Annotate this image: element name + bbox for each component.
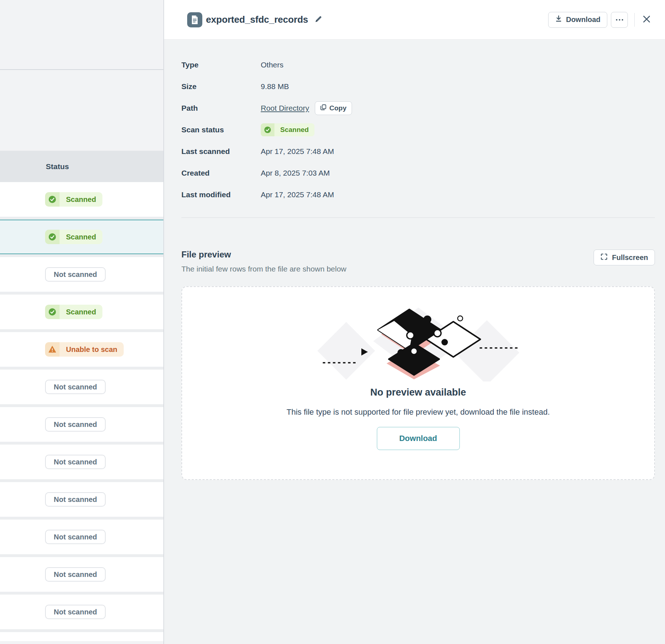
file-preview-empty-state: No preview available This file type is n…	[181, 286, 655, 480]
no-preview-title: No preview available	[370, 387, 466, 398]
detail-row-scan-status: Scan status Scanned	[181, 119, 655, 141]
file-title: exported_sfdc_records	[206, 14, 308, 25]
table-top-divider	[0, 69, 163, 70]
table-row-partial	[0, 632, 163, 641]
status-badge-not-scanned: Not scanned	[45, 455, 106, 469]
detail-label: Size	[181, 82, 261, 91]
puzzle-illustration	[317, 299, 519, 381]
status-badge-label: Scanned	[60, 305, 102, 319]
panel-content: Type Others Size 9.88 MB Path Root Direc…	[164, 40, 665, 480]
detail-label: Last scanned	[181, 147, 261, 156]
detail-value: Apr 8, 2025 7:03 AM	[261, 169, 330, 177]
table-row-selected[interactable]: Scanned	[0, 220, 163, 254]
root-directory-link[interactable]: Root Directory	[261, 104, 309, 113]
preview-download-button[interactable]: Download	[377, 427, 460, 450]
table-row[interactable]: Scanned	[0, 182, 163, 217]
detail-row-created: Created Apr 8, 2025 7:03 AM	[181, 162, 655, 184]
detail-label: Scan status	[181, 125, 261, 134]
file-icon	[187, 12, 202, 27]
ellipsis-icon	[616, 19, 623, 21]
status-badge-not-scanned: Not scanned	[45, 605, 106, 619]
table-row[interactable]: Scanned	[0, 295, 163, 329]
status-badge-label: Not scanned	[54, 495, 97, 504]
table-row[interactable]: Not scanned	[0, 557, 163, 592]
table-row[interactable]: Not scanned	[0, 445, 163, 479]
more-actions-button[interactable]	[611, 12, 628, 28]
check-circle-icon	[261, 123, 274, 136]
detail-label: Last modified	[181, 190, 261, 199]
copy-icon	[320, 104, 326, 112]
close-icon	[641, 14, 652, 26]
file-preview-titles: File preview The initial few rows from t…	[181, 250, 347, 273]
table-row[interactable]: Not scanned	[0, 482, 163, 517]
table-row[interactable]: Unable to scan	[0, 332, 163, 367]
file-details-panel: exported_sfdc_records Download	[164, 0, 665, 644]
detail-row-type: Type Others	[181, 54, 655, 76]
detail-value: 9.88 MB	[261, 82, 289, 91]
check-circle-icon	[45, 230, 60, 244]
status-badge-unable-to-scan: Unable to scan	[45, 342, 124, 357]
file-preview-header: File preview The initial few rows from t…	[181, 250, 655, 273]
file-preview-subtitle: The initial few rows from the file are s…	[181, 265, 347, 273]
status-badge-not-scanned: Not scanned	[45, 530, 106, 544]
header-actions: Download	[548, 12, 653, 28]
detail-row-path: Path Root Directory Copy	[181, 97, 655, 119]
edit-title-button[interactable]	[314, 15, 322, 24]
detail-value: Others	[261, 61, 283, 69]
section-divider	[181, 217, 655, 218]
status-badge-scanned: Scanned	[45, 305, 102, 319]
status-badge-label: Not scanned	[54, 458, 97, 466]
fullscreen-button[interactable]: Fullscreen	[594, 250, 655, 265]
detail-row-size: Size 9.88 MB	[181, 76, 655, 97]
panel-header: exported_sfdc_records Download	[164, 0, 665, 40]
copy-button-label: Copy	[329, 104, 347, 112]
files-table-partial: Status Scanned Scanned	[0, 0, 163, 644]
detail-value: Apr 17, 2025 7:48 AM	[261, 147, 334, 156]
check-circle-icon	[45, 192, 60, 207]
detail-label: Type	[181, 61, 261, 69]
pencil-icon	[314, 15, 322, 24]
detail-row-last-scanned: Last scanned Apr 17, 2025 7:48 AM	[181, 141, 655, 162]
fullscreen-button-label: Fullscreen	[612, 253, 648, 262]
status-badge-label: Scanned	[60, 230, 102, 244]
detail-label: Created	[181, 169, 261, 177]
download-button-label: Download	[566, 16, 600, 24]
table-row[interactable]: Not scanned	[0, 520, 163, 554]
status-badge-label: Not scanned	[54, 608, 97, 616]
file-preview-title: File preview	[181, 250, 347, 260]
status-badge-label: Not scanned	[54, 533, 97, 541]
file-details: Type Others Size 9.88 MB Path Root Direc…	[181, 54, 655, 206]
check-circle-icon	[45, 305, 60, 319]
table-row[interactable]: Not scanned	[0, 370, 163, 404]
scan-status-badge: Scanned	[261, 123, 314, 136]
status-badge-not-scanned: Not scanned	[45, 417, 106, 432]
status-badge-label: Scanned	[60, 192, 102, 207]
header-divider	[634, 13, 635, 27]
status-column-header[interactable]: Status	[0, 151, 163, 182]
copy-path-button[interactable]: Copy	[315, 101, 352, 115]
status-badge-label: Not scanned	[54, 420, 97, 429]
screen: Status Scanned Scanned	[0, 0, 665, 644]
detail-value: Apr 17, 2025 7:48 AM	[261, 190, 334, 199]
status-column-label: Status	[46, 162, 69, 171]
status-badge-not-scanned: Not scanned	[45, 267, 106, 282]
scan-status-badge-label: Scanned	[274, 123, 314, 136]
status-badge-label: Not scanned	[54, 270, 97, 279]
status-badge-not-scanned: Not scanned	[45, 380, 106, 394]
warning-triangle-icon	[45, 342, 60, 357]
no-preview-message: This file type is not supported for file…	[286, 407, 550, 417]
table-row[interactable]: Not scanned	[0, 407, 163, 442]
download-icon	[555, 15, 562, 24]
status-badge-label: Unable to scan	[60, 342, 124, 357]
detail-row-last-modified: Last modified Apr 17, 2025 7:48 AM	[181, 184, 655, 206]
status-badge-not-scanned: Not scanned	[45, 567, 106, 582]
close-panel-button[interactable]	[640, 12, 653, 27]
table-row[interactable]: Not scanned	[0, 595, 163, 629]
detail-label: Path	[181, 104, 261, 113]
status-badge-label: Not scanned	[54, 383, 97, 391]
fullscreen-icon	[600, 253, 608, 262]
status-badge-not-scanned: Not scanned	[45, 492, 106, 507]
status-badge-label: Not scanned	[54, 570, 97, 579]
table-row[interactable]: Not scanned	[0, 257, 163, 292]
download-button[interactable]: Download	[548, 12, 607, 28]
